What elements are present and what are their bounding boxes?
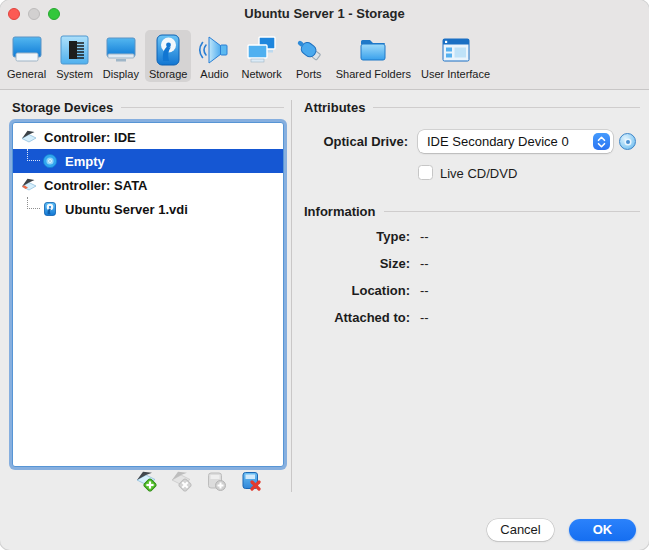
optical-drive-label: Optical Drive: [280, 130, 408, 153]
tab-label: Shared Folders [336, 68, 411, 80]
chevron-up-down-icon [593, 133, 610, 150]
tree-item-empty[interactable]: Empty [13, 149, 283, 173]
tab-label: Storage [149, 68, 188, 80]
tree-item-label: Empty [65, 154, 105, 169]
optical-disc-icon [42, 153, 58, 169]
tab-ports[interactable]: Ports [288, 30, 330, 82]
sata-controller-icon [21, 177, 37, 193]
attributes-header: Attributes [304, 100, 640, 114]
titlebar: Ubuntu Server 1 - Storage [0, 0, 649, 28]
info-size-value: -- [420, 256, 429, 271]
tab-shared-folders[interactable]: Shared Folders [332, 30, 415, 82]
cancel-button[interactable]: Cancel [487, 519, 554, 541]
settings-toolbar: General System Display [0, 28, 649, 90]
tab-label: Display [103, 68, 139, 80]
tab-label: Network [241, 68, 281, 80]
tab-user-interface[interactable]: User Interface [417, 30, 494, 82]
vm-settings-window: Ubuntu Server 1 - Storage General System [0, 0, 649, 550]
tab-audio[interactable]: Audio [193, 30, 235, 82]
storage-tree: Controller: IDE Empty Controller: SATA [12, 122, 284, 467]
tree-item-ubuntu-server-vdi[interactable]: Ubuntu Server 1.vdi [13, 197, 283, 221]
tree-item-label: Controller: SATA [44, 178, 148, 193]
tab-display[interactable]: Display [99, 30, 143, 82]
tab-label: General [7, 68, 46, 80]
tab-storage[interactable]: Storage [145, 30, 192, 82]
live-cd-checkbox[interactable] [418, 165, 433, 180]
remove-controller-button [171, 471, 192, 492]
tab-system[interactable]: System [52, 30, 97, 82]
tree-item-controller-sata[interactable]: Controller: SATA [13, 173, 283, 197]
tab-label: System [56, 68, 93, 80]
add-attachment-button [206, 471, 227, 492]
storage-devices-header: Storage Devices [12, 100, 284, 114]
tree-connector [27, 197, 40, 209]
tree-connector [27, 149, 40, 161]
hard-disk-icon [42, 201, 58, 217]
storage-actions-bar [136, 471, 262, 492]
remove-attachment-button[interactable] [241, 471, 262, 492]
system-icon [57, 33, 91, 67]
tree-item-controller-ide[interactable]: Controller: IDE [13, 125, 283, 149]
storage-icon [151, 33, 185, 67]
info-type-label: Type: [294, 229, 410, 244]
audio-icon [197, 33, 231, 67]
info-location-label: Location: [294, 283, 410, 298]
ok-button[interactable]: OK [569, 519, 636, 541]
tree-item-label: Controller: IDE [44, 130, 136, 145]
general-icon [10, 33, 44, 67]
display-icon [104, 33, 138, 67]
tab-label: User Interface [421, 68, 490, 80]
optical-drive-select[interactable]: IDE Secondary Device 0 [418, 130, 613, 153]
info-location-value: -- [420, 283, 429, 298]
tab-general[interactable]: General [3, 30, 50, 82]
live-cd-label: Live CD/DVD [440, 166, 517, 181]
panel-divider [291, 100, 292, 492]
shared-folders-icon [356, 33, 390, 67]
info-type-value: -- [420, 229, 429, 244]
choose-disk-button[interactable] [619, 133, 636, 150]
information-header: Information [304, 204, 640, 218]
network-icon [245, 33, 279, 67]
tab-network[interactable]: Network [237, 30, 285, 82]
user-interface-icon [439, 33, 473, 67]
window-title: Ubuntu Server 1 - Storage [0, 0, 649, 28]
disc-dot-icon [626, 140, 630, 144]
optical-drive-value: IDE Secondary Device 0 [427, 130, 569, 153]
info-attached-to-value: -- [420, 310, 429, 325]
tree-item-label: Ubuntu Server 1.vdi [65, 202, 188, 217]
ports-icon [292, 33, 326, 67]
add-controller-button[interactable] [136, 471, 157, 492]
ide-controller-icon [21, 129, 37, 145]
info-size-label: Size: [294, 256, 410, 271]
info-attached-to-label: Attached to: [294, 310, 410, 325]
tab-label: Audio [200, 68, 228, 80]
tab-label: Ports [296, 68, 322, 80]
